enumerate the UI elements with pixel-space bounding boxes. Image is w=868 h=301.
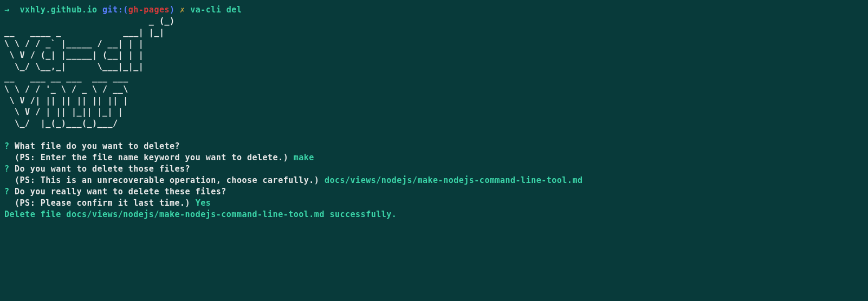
command-input[interactable]: va-cli del [190,5,242,15]
hint-1: (PS: Enter the file name keyword you wan… [15,153,288,162]
prompt-cwd: vxhly.github.io [20,5,98,15]
hint-3: (PS: Please confirm it last time.) [15,198,190,208]
git-label: git:( [102,5,128,15]
success-message: Delete file docs/views/nodejs/make-nodej… [4,210,397,219]
question-2: Do you want to delete those files? [15,164,190,174]
question-1: What file do you want to delete? [15,141,180,151]
question-3: Do you really want to delete these files… [15,187,226,197]
prompt-dirty-icon: ✗ [175,5,191,15]
prompt-arrow: → [4,5,20,15]
git-branch: gh-pages [128,5,170,15]
answer-3[interactable]: Yes [196,198,211,208]
hint-2: (PS: This is an unrecoverable operation,… [15,175,319,185]
answer-1[interactable]: make [294,153,314,162]
question-mark-icon: ? [4,187,10,197]
ascii-banner: _ (_) __ ____ _ ___| |_| \ \ / / _` |___… [4,16,175,128]
terminal-output: → vxhly.github.io git:(gh-pages) ✗ va-cl… [4,4,864,220]
question-mark-icon: ? [4,164,10,174]
answer-2[interactable]: docs/views/nodejs/make-nodejs-command-li… [325,175,583,185]
git-close: ) [170,5,175,15]
question-mark-icon: ? [4,141,10,151]
